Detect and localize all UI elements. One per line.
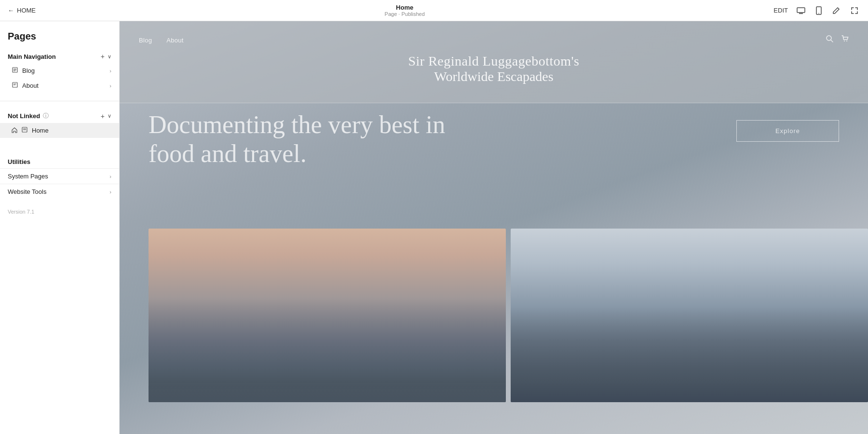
site-nav-icons xyxy=(826,35,849,44)
nav-item-blog-left: Blog xyxy=(12,67,35,75)
edit-pen-button[interactable] xyxy=(830,5,842,16)
site-title-line1: Sir Reginald Luggagebottom's xyxy=(120,54,868,69)
page-status: Page · Published xyxy=(385,11,425,17)
desktop-view-button[interactable] xyxy=(795,5,807,16)
home-label: Home xyxy=(32,127,49,134)
site-title-line2: Worldwide Escapades xyxy=(120,69,868,84)
sidebar: Pages Main Navigation + ∨ Blog › xyxy=(0,21,120,434)
pen-icon xyxy=(832,7,840,14)
nav-item-about[interactable]: About › xyxy=(0,78,119,93)
website-tools-chevron-icon: › xyxy=(109,189,111,195)
home-indicator-icon xyxy=(12,127,17,134)
svg-point-19 xyxy=(846,41,847,41)
nav-item-home[interactable]: Home xyxy=(0,123,119,138)
version-text: Version 7.1 xyxy=(0,203,119,220)
site-hero-text: Documenting the very best in food and tr… xyxy=(149,110,445,168)
section-divider-1 xyxy=(0,101,119,101)
site-preview: Blog About Sir Reginald Luggagebottom's … xyxy=(120,21,868,434)
main-navigation-header[interactable]: Main Navigation + ∨ xyxy=(0,50,119,63)
not-linked-section: Not Linked ⓘ + ∨ Home xyxy=(0,105,119,142)
site-cart-icon[interactable] xyxy=(841,35,849,44)
hero-text-line2: food and travel. xyxy=(149,139,445,168)
svg-line-17 xyxy=(831,40,833,42)
photo-card-2 xyxy=(511,229,868,402)
site-preview-area: Blog About Sir Reginald Luggagebottom's … xyxy=(120,21,868,434)
system-pages-item[interactable]: System Pages › xyxy=(0,168,119,184)
explore-btn-wrap: Explore xyxy=(736,110,839,142)
desktop-icon xyxy=(797,7,805,14)
utilities-section: Utilities System Pages › Website Tools › xyxy=(0,151,119,203)
not-linked-label: Not Linked xyxy=(8,112,40,120)
nav-item-blog[interactable]: Blog › xyxy=(0,63,119,78)
fullscreen-button[interactable] xyxy=(849,5,860,16)
system-pages-label: System Pages xyxy=(8,173,48,180)
topbar-right: EDIT xyxy=(773,4,860,17)
svg-point-5 xyxy=(818,13,819,14)
blog-chevron-icon: › xyxy=(109,68,111,74)
sidebar-header: Pages xyxy=(0,21,119,46)
home-page-icon xyxy=(21,126,28,135)
svg-rect-0 xyxy=(797,8,805,13)
edit-label: EDIT xyxy=(773,7,788,14)
site-title: Sir Reginald Luggagebottom's Worldwide E… xyxy=(120,44,868,84)
photo-card-1 xyxy=(149,229,506,402)
mobile-icon xyxy=(816,6,822,15)
back-button[interactable]: ← HOME xyxy=(8,7,36,14)
site-nav-blog[interactable]: Blog xyxy=(139,37,152,44)
spacer xyxy=(0,142,119,151)
not-linked-actions: + ∨ xyxy=(101,112,111,120)
add-not-linked-icon[interactable]: + xyxy=(101,112,105,120)
blog-label: Blog xyxy=(22,67,35,74)
nav-item-about-left: About xyxy=(12,81,39,90)
main-navigation-label: Main Navigation xyxy=(8,53,56,60)
expand-icon xyxy=(851,7,858,14)
main-layout: Pages Main Navigation + ∨ Blog › xyxy=(0,21,868,434)
site-search-icon[interactable] xyxy=(826,35,833,44)
site-navbar: Blog About Sir Reginald Luggagebottom's … xyxy=(120,21,868,103)
system-pages-chevron-icon: › xyxy=(109,174,111,179)
about-page-icon xyxy=(12,81,18,90)
topbar-center: Home Page · Published xyxy=(385,4,425,17)
website-tools-label: Website Tools xyxy=(8,188,46,195)
mobile-view-button[interactable] xyxy=(814,4,824,17)
not-linked-chevron-icon[interactable]: ∨ xyxy=(108,113,111,119)
main-navigation-section: Main Navigation + ∨ Blog › xyxy=(0,46,119,97)
site-hero-content: Documenting the very best in food and tr… xyxy=(149,110,839,168)
main-nav-chevron-icon[interactable]: ∨ xyxy=(108,54,111,60)
not-linked-header[interactable]: Not Linked ⓘ + ∨ xyxy=(0,109,119,123)
main-nav-actions: + ∨ xyxy=(101,53,111,60)
back-label: HOME xyxy=(17,7,36,14)
sidebar-title: Pages xyxy=(8,31,111,42)
explore-button[interactable]: Explore xyxy=(736,120,839,142)
website-tools-item[interactable]: Website Tools › xyxy=(0,184,119,199)
page-title: Home xyxy=(385,4,425,11)
add-page-icon[interactable]: + xyxy=(101,53,105,60)
utilities-label: Utilities xyxy=(0,155,119,168)
hero-text-line1: Documenting the very best in xyxy=(149,110,445,139)
topbar: ← HOME Home Page · Published EDIT xyxy=(0,0,868,21)
about-label: About xyxy=(22,82,39,89)
not-linked-info-icon[interactable]: ⓘ xyxy=(43,112,49,120)
site-photo-grid xyxy=(149,229,868,434)
blog-page-icon xyxy=(12,67,18,75)
site-nav-about[interactable]: About xyxy=(166,37,183,44)
site-nav-links: Blog About xyxy=(120,21,868,44)
back-arrow-icon: ← xyxy=(8,7,14,14)
about-chevron-icon: › xyxy=(109,83,111,89)
nav-item-home-left: Home xyxy=(12,126,49,135)
svg-point-18 xyxy=(844,41,845,41)
not-linked-title-wrap: Not Linked ⓘ xyxy=(8,112,49,120)
